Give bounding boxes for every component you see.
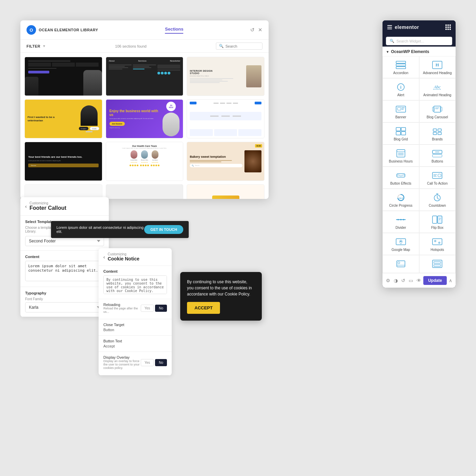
- svg-point-56: [400, 241, 402, 242]
- svg-rect-25: [397, 150, 405, 157]
- banner-icon: [395, 105, 406, 114]
- settings-icon[interactable]: ⚙: [386, 278, 390, 283]
- ocean-library-tabs: Sections: [165, 27, 183, 34]
- reloading-no-btn[interactable]: No: [155, 305, 167, 312]
- widget-brands[interactable]: Brands: [419, 122, 456, 144]
- elementor-search-bar[interactable]: 🔍 Search Widget...: [386, 37, 452, 45]
- svg-text:i: i: [400, 85, 401, 90]
- svg-line-44: [437, 198, 439, 199]
- overlay-yes-btn[interactable]: Yes: [141, 359, 154, 366]
- blog-carousel-label: Blog Carousel: [427, 115, 448, 119]
- template-card-blank2[interactable]: [106, 184, 184, 199]
- cta-button[interactable]: GET IN TOUCH: [144, 225, 183, 234]
- template-card-health-team[interactable]: Our Health Care Team Lorem ipsum dolor s…: [106, 142, 184, 181]
- svg-point-48: [397, 219, 399, 220]
- banner-label: Banner: [395, 115, 406, 119]
- widget-circle-progress[interactable]: 12.0 Circle Progress: [382, 189, 419, 211]
- widget-hotspots[interactable]: Hotspots: [419, 233, 456, 255]
- widget-flip-box[interactable]: Flip Box: [419, 211, 456, 233]
- ocean-library-title-text: OCEAN ELEMENTOR LIBRARY: [39, 28, 98, 32]
- widget-google-map[interactable]: Google Map: [382, 233, 419, 255]
- svg-rect-66: [434, 261, 441, 264]
- template-card-extra[interactable]: [187, 184, 265, 199]
- widget-alert[interactable]: i Alert: [382, 78, 419, 100]
- ocean-library-filter[interactable]: FILTER ▼: [27, 44, 46, 48]
- template-card-header-ui[interactable]: [187, 99, 265, 138]
- preview-icon[interactable]: 👁: [417, 278, 421, 283]
- widget-buttons[interactable]: Buttons: [419, 144, 456, 167]
- template-card-purple-business[interactable]: Enjoy the business world with us Lorem i…: [106, 99, 184, 138]
- button-text-value: Accept: [103, 344, 167, 348]
- section-title: OceanWP Elements: [391, 49, 429, 54]
- refresh-button[interactable]: ↺: [250, 27, 255, 33]
- template-card-menu[interactable]: About Services Newsletter: [106, 57, 184, 96]
- content-section: Content Lorem ipsum dolor sit amet conse…: [20, 251, 109, 287]
- font-family-select[interactable]: Karla: [25, 302, 104, 312]
- svg-text:12.0: 12.0: [399, 197, 403, 199]
- widget-blog-grid[interactable]: Blog Grid: [382, 122, 419, 144]
- history-icon[interactable]: ↺: [401, 278, 405, 283]
- elementor-bottom-bar: ⚙ ◑ ↺ ▭ 👁 Update ∧: [382, 273, 456, 288]
- template-card-bakery[interactable]: Bakery sweet temptation 🔍 Search... $4.9…: [187, 142, 265, 181]
- svg-rect-9: [397, 107, 401, 110]
- close-button[interactable]: ✕: [258, 27, 262, 33]
- business-hours-label: Business Hours: [389, 159, 413, 164]
- reloading-label: Reloading: [103, 303, 141, 307]
- widget-advanced-heading[interactable]: H Advanced Heading: [419, 56, 456, 78]
- svg-point-61: [439, 242, 440, 243]
- svg-rect-19: [396, 132, 401, 135]
- template-card-interior[interactable]: INTERIOR DESIGNSTUDIO BUILDING BEAUTIFUL…: [187, 57, 265, 96]
- widget-countdown[interactable]: Countdown: [419, 189, 456, 211]
- svg-rect-21: [433, 129, 437, 131]
- svg-rect-57: [432, 239, 442, 245]
- widget-generic-19[interactable]: [382, 255, 419, 273]
- alert-icon: i: [395, 83, 406, 91]
- widget-accordion[interactable]: Accordion: [382, 56, 419, 78]
- template-card-friends[interactable]: Your best friends are our best friends t…: [24, 142, 102, 181]
- overlay-no-btn[interactable]: No: [155, 359, 167, 366]
- search-input[interactable]: [225, 44, 259, 48]
- responsive-icon[interactable]: ▭: [409, 278, 413, 283]
- cookie-notice-popup: By continuing to use this website, you c…: [180, 272, 262, 321]
- chevron-up-icon[interactable]: ∧: [449, 278, 452, 283]
- accept-button[interactable]: ACCEPT: [187, 302, 220, 314]
- flip-box-icon: [432, 215, 443, 224]
- cookie-reloading-section: Reloading Reload the page after the us..…: [99, 299, 172, 319]
- svg-rect-17: [396, 128, 401, 131]
- cookie-panel-header: ‹ Customizing Cookie Notice: [99, 248, 172, 266]
- template-card-yellow-dog[interactable]: First I wanted to be a veterinarian Comp…: [24, 99, 102, 138]
- update-button[interactable]: Update: [423, 276, 447, 285]
- template-card-dark-person[interactable]: [24, 57, 102, 96]
- hamburger-icon[interactable]: [387, 25, 392, 29]
- typography-label: Typography: [25, 291, 104, 295]
- widget-call-to-action[interactable]: Call To Action: [419, 167, 456, 189]
- divider-label: Divider: [395, 226, 406, 230]
- template-card-blank1[interactable]: Our Services: [24, 184, 102, 199]
- flip-box-label: Flip Box: [431, 226, 443, 230]
- display-overlay-desc: Display an overlay to force the user to …: [103, 359, 141, 370]
- widget-banner[interactable]: Banner: [382, 100, 419, 122]
- font-family-label: Font Family: [25, 297, 104, 301]
- widget-animated-heading[interactable]: Abc Animated Heading: [419, 78, 456, 100]
- cookie-content-textarea[interactable]: By continuing to use this website, you c…: [103, 275, 167, 294]
- widget-business-hours[interactable]: Business Hours: [382, 144, 419, 167]
- cookie-back-arrow-icon[interactable]: ‹: [103, 254, 105, 260]
- tab-sections[interactable]: Sections: [165, 27, 183, 34]
- cookie-button-text-section: Button Text Accept: [99, 336, 172, 352]
- content-textarea[interactable]: Lorem ipsum dolor sit amet consectetur n…: [25, 261, 104, 281]
- elementor-grid-icon[interactable]: [445, 24, 451, 30]
- divider-icon: [395, 215, 406, 224]
- widget-blog-carousel[interactable]: Blog Carousel: [419, 100, 456, 122]
- widget-button-effects[interactable]: Button Effects: [382, 167, 419, 189]
- collapse-arrow-icon[interactable]: ▼: [386, 50, 389, 54]
- svg-rect-22: [438, 129, 441, 131]
- widget-generic-20[interactable]: [419, 255, 456, 273]
- layers-icon[interactable]: ◑: [394, 278, 398, 283]
- reloading-toggle: Yes No: [141, 305, 167, 312]
- reloading-yes-btn[interactable]: Yes: [141, 305, 154, 312]
- back-arrow-icon[interactable]: ‹: [25, 204, 27, 209]
- svg-rect-33: [397, 174, 405, 177]
- widget-divider[interactable]: Divider: [382, 211, 419, 233]
- call-to-action-icon: [432, 171, 443, 180]
- ocean-library-search[interactable]: 🔍: [216, 42, 262, 50]
